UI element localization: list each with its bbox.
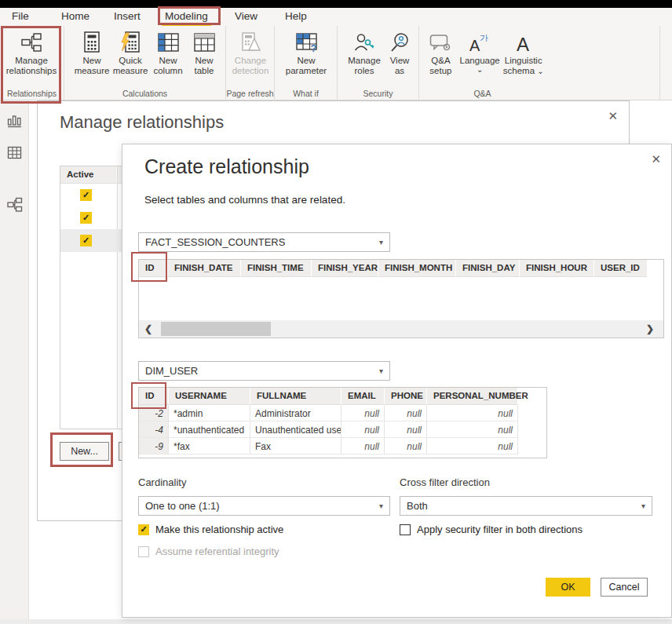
cardinality-dropdown[interactable]: One to one (1:1) ▾: [138, 496, 390, 516]
group-calculations: New measure Quick: [64, 26, 226, 100]
active-checkbox[interactable]: ✓: [80, 212, 92, 224]
make-active-label: Make this relationship active: [155, 524, 283, 535]
cancel-button[interactable]: Cancel: [601, 578, 648, 597]
table-cell[interactable]: Fax: [250, 438, 341, 454]
quick-measure-button[interactable]: Quick measure: [111, 29, 149, 76]
fact-col-id[interactable]: ID: [139, 260, 168, 277]
table-cell[interactable]: null: [385, 405, 427, 421]
group-label-page-refresh: Page refresh: [226, 89, 274, 98]
table-cell[interactable]: -9: [139, 438, 169, 454]
table-cell[interactable]: Unauthenticated user: [250, 421, 341, 438]
language-button[interactable]: A 가 Language ⌄: [458, 29, 502, 73]
quick-measure-label-1: Quick: [119, 56, 141, 66]
close-icon[interactable]: ✕: [651, 152, 661, 166]
table-cell[interactable]: -2: [139, 405, 169, 421]
scroll-right-icon[interactable]: ❯: [646, 323, 654, 334]
view-as-button[interactable]: View as: [385, 29, 415, 76]
horizontal-scrollbar[interactable]: ❮ ❯: [139, 320, 663, 338]
group-security: Manage roles View as Security: [338, 26, 419, 100]
dim-col-email[interactable]: EMAIL: [341, 388, 385, 405]
powerbi-window: { "icons": { "close": "✕", "caret": "▾",…: [0, 0, 672, 624]
table1-dropdown[interactable]: FACT_SESSION_COUNTERS ▾: [138, 232, 390, 252]
dim-col-id[interactable]: ID: [139, 388, 169, 405]
fact-col-finish-time[interactable]: FINISH_TIME: [241, 260, 312, 277]
ribbon: File Home Insert Modeling View Help Mana…: [0, 8, 672, 100]
table-cell[interactable]: null: [341, 438, 385, 454]
active-checkbox[interactable]: ✓: [80, 189, 92, 201]
view-as-label-2: as: [395, 66, 404, 76]
window-bottom-edge: [0, 619, 672, 624]
quick-measure-label-2: measure: [113, 66, 148, 76]
new-column-label-1: New: [159, 56, 177, 66]
table-cell[interactable]: null: [341, 421, 385, 438]
cardinality-value: One to one (1:1): [145, 500, 220, 512]
new-column-button[interactable]: New column: [149, 29, 187, 76]
close-icon[interactable]: ✕: [608, 109, 618, 123]
scrollbar-thumb[interactable]: [161, 322, 271, 336]
change-detection-button: Change detection: [228, 29, 272, 76]
scroll-left-icon[interactable]: ❮: [144, 323, 152, 334]
table2-dropdown[interactable]: DIM_USER ▾: [138, 361, 390, 381]
fact-table-grid: ID FINISH_DATE FINISH_TIME FINISH_YEAR F…: [138, 259, 664, 338]
make-active-checkbox-row[interactable]: ✓ Make this relationship active: [138, 524, 283, 535]
referential-integrity-label: Assume referential integrity: [155, 546, 279, 557]
new-table-button[interactable]: New table: [187, 29, 221, 76]
dim-col-fullname[interactable]: FULLNAME: [250, 388, 341, 405]
table-cell[interactable]: null: [427, 438, 518, 454]
fact-col-user-id[interactable]: USER_ID: [594, 260, 648, 277]
fact-col-finish-year[interactable]: FINISH_YEAR: [312, 260, 378, 277]
tab-home[interactable]: Home: [61, 10, 89, 22]
tab-file[interactable]: File: [12, 10, 29, 22]
table-cell[interactable]: null: [427, 405, 518, 421]
svg-text:가: 가: [480, 33, 488, 42]
table-cell[interactable]: *fax: [169, 438, 250, 454]
model-view-icon[interactable]: [7, 197, 23, 213]
table-cell[interactable]: -4: [139, 421, 169, 438]
report-view-icon[interactable]: [7, 114, 22, 129]
new-parameter-label-1: New: [297, 56, 315, 66]
table-cell[interactable]: Administrator: [250, 405, 341, 421]
fact-col-finish-hour[interactable]: FINISH_HOUR: [520, 260, 594, 277]
tab-modeling[interactable]: Modeling: [165, 10, 208, 22]
new-relationship-button[interactable]: New...: [60, 442, 109, 461]
fact-col-finish-date[interactable]: FINISH_DATE: [168, 260, 241, 277]
new-parameter-icon: ?: [296, 29, 317, 56]
ok-button[interactable]: OK: [546, 578, 590, 597]
make-active-checkbox[interactable]: ✓: [138, 524, 149, 535]
linguistic-schema-label-2: schema ⌄: [503, 66, 544, 76]
dim-col-username[interactable]: USERNAME: [169, 388, 250, 405]
new-measure-button[interactable]: New measure: [72, 29, 111, 76]
security-filter-checkbox-row[interactable]: Apply security filter in both directions: [400, 524, 583, 535]
change-detection-label-1: Change: [235, 56, 266, 66]
new-table-icon: [194, 29, 215, 56]
table-cell[interactable]: null: [385, 438, 427, 454]
table-cell[interactable]: *unauthenticated: [169, 421, 250, 438]
dim-col-personal-number[interactable]: PERSONAL_NUMBER: [427, 388, 518, 405]
new-parameter-button[interactable]: ? New parameter: [283, 29, 329, 76]
ribbon-spacer: [546, 26, 660, 100]
fact-col-finish-month[interactable]: FINISH_MONTH: [378, 260, 456, 277]
active-checkbox[interactable]: ✓: [80, 235, 92, 246]
table-cell[interactable]: null: [341, 405, 385, 421]
tab-help[interactable]: Help: [285, 10, 307, 22]
dim-col-phone[interactable]: PHONE: [385, 388, 427, 405]
cross-filter-dropdown[interactable]: Both ▾: [400, 496, 652, 516]
manage-relationships-button[interactable]: Manage relationships: [0, 29, 63, 76]
tab-insert[interactable]: Insert: [114, 10, 141, 22]
table-cell[interactable]: null: [385, 421, 427, 438]
new-measure-label-2: measure: [75, 66, 110, 76]
security-filter-checkbox[interactable]: [400, 524, 411, 535]
qa-setup-button[interactable]: Q&A setup: [423, 29, 458, 76]
window-titlebar: [0, 0, 672, 8]
linguistic-schema-button[interactable]: A Linguistic schema ⌄: [501, 29, 546, 76]
table-cell[interactable]: null: [427, 421, 518, 438]
tab-view[interactable]: View: [235, 10, 257, 22]
fact-col-finish-day[interactable]: FINISH_DAY: [456, 260, 520, 277]
group-page-refresh: Change detection Page refresh: [226, 26, 275, 100]
manage-roles-button[interactable]: Manage roles: [344, 29, 385, 76]
manage-roles-label-1: Manage: [348, 56, 381, 66]
data-view-icon[interactable]: [7, 145, 22, 160]
group-label-qa: Q&A: [419, 89, 546, 98]
active-column-header[interactable]: Active: [60, 166, 117, 184]
table-cell[interactable]: *admin: [169, 405, 250, 421]
